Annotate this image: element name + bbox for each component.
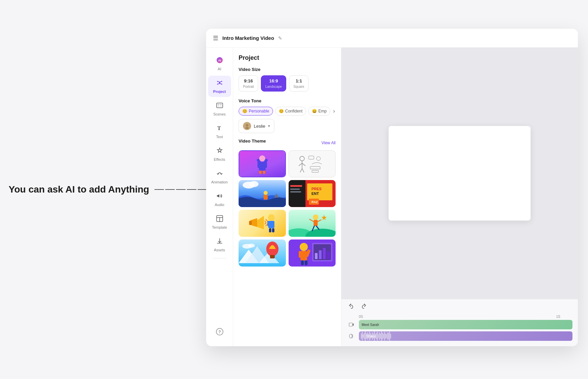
assets-icon xyxy=(216,237,223,247)
voice-tone-label: Voice Tone xyxy=(239,98,336,103)
svg-text:?: ? xyxy=(218,330,221,334)
animation-icon xyxy=(216,170,223,179)
label-square: Square xyxy=(293,85,304,89)
theme-card-6[interactable] xyxy=(289,210,336,237)
voice-dropdown[interactable]: Leslie ▾ xyxy=(239,119,274,133)
ratio-square: 1:1 xyxy=(296,78,302,83)
sidebar-help[interactable]: ? xyxy=(212,324,227,341)
svg-rect-42 xyxy=(310,167,320,169)
svg-rect-13 xyxy=(220,104,222,105)
tone-chip-confident[interactable]: 😊 Confident xyxy=(275,107,306,116)
redo-button[interactable] xyxy=(360,302,368,312)
svg-point-67 xyxy=(313,214,318,220)
ai-prompt-container: You can ask AI to add Anything AI xyxy=(9,181,233,198)
canvas-preview xyxy=(341,48,578,299)
undo-button[interactable] xyxy=(347,302,356,312)
track-row-audio: Shane xyxy=(347,331,572,341)
video-clip-label: Meet Sarah xyxy=(362,323,379,327)
theme-card-8[interactable] xyxy=(289,239,336,267)
svg-text:RAZ: RAZ xyxy=(311,200,318,204)
theme-card-5[interactable] xyxy=(239,210,286,237)
sidebar-item-text[interactable]: T Text xyxy=(208,121,231,142)
svg-rect-61 xyxy=(267,221,270,226)
track-clip-audio[interactable]: Shane xyxy=(359,331,572,341)
timeline: 0S 1S Meet Sarah xyxy=(341,299,578,346)
app-title: Intro Marketing Video xyxy=(222,35,274,41)
svg-point-45 xyxy=(249,181,259,187)
canvas-area: 0S 1S Meet Sarah xyxy=(341,48,578,346)
svg-line-37 xyxy=(302,163,305,166)
video-size-label: Video Size xyxy=(239,67,336,72)
theme-card-7[interactable] xyxy=(239,239,286,267)
svg-rect-15 xyxy=(220,106,222,107)
sidebar-divider xyxy=(213,258,226,258)
svg-rect-86 xyxy=(301,260,303,265)
track-row-video: Meet Sarah xyxy=(347,320,572,329)
tone-more-btn[interactable]: › xyxy=(333,107,336,115)
svg-rect-80 xyxy=(323,248,325,259)
project-icon xyxy=(216,79,223,88)
scenes-icon xyxy=(216,102,223,111)
tone-chip-emp[interactable]: 😄 Emp xyxy=(308,107,330,116)
sidebar-item-animation[interactable]: Animation xyxy=(208,166,231,187)
svg-point-82 xyxy=(299,243,308,251)
sidebar-item-ai[interactable]: AI AI xyxy=(208,53,231,74)
svg-rect-49 xyxy=(289,180,305,207)
theme-card-3[interactable] xyxy=(239,180,286,207)
timeline-ruler: 0S 1S xyxy=(341,315,578,319)
svg-rect-55 xyxy=(290,191,301,193)
video-size-row: 9:16 Portrait 16:9 Landscape 1:1 Square xyxy=(239,75,336,92)
time-end: 1S xyxy=(556,315,560,319)
svg-rect-84 xyxy=(298,251,301,258)
sidebar-item-template[interactable]: Template xyxy=(208,211,231,233)
svg-rect-88 xyxy=(349,323,352,326)
sidebar: AI AI xyxy=(206,48,233,346)
view-all-btn[interactable]: View All xyxy=(321,141,336,145)
svg-rect-47 xyxy=(264,195,268,200)
text-icon: T xyxy=(216,124,223,133)
sidebar-label-effects: Effects xyxy=(214,157,225,161)
svg-rect-50 xyxy=(307,183,332,200)
canvas-preview-box xyxy=(389,126,531,221)
svg-point-25 xyxy=(245,127,249,129)
size-btn-landscape[interactable]: 16:9 Landscape xyxy=(261,75,286,92)
svg-rect-14 xyxy=(218,106,219,107)
left-panel: You can ask AI to add Anything AI xyxy=(0,0,242,379)
sidebar-item-assets[interactable]: Assets xyxy=(208,234,231,255)
app-header: ☰ Intro Marketing Video ✎ xyxy=(206,29,578,48)
sidebar-label-audio: Audio xyxy=(215,203,224,207)
svg-rect-70 xyxy=(270,255,275,258)
tone-chip-personable[interactable]: 😊 Personable xyxy=(239,107,273,116)
track-clip-video[interactable]: Meet Sarah xyxy=(359,320,572,329)
size-btn-square[interactable]: 1:1 Square xyxy=(289,75,309,92)
svg-rect-31 xyxy=(263,171,265,174)
label-portrait: Portrait xyxy=(243,85,254,89)
sidebar-item-scenes[interactable]: Scenes xyxy=(208,98,231,120)
svg-point-2 xyxy=(219,82,220,83)
timeline-controls xyxy=(341,302,578,312)
theme-card-4[interactable]: PRES ENT RAZ xyxy=(289,180,336,207)
theme-card-1[interactable] xyxy=(239,150,286,177)
svg-point-66 xyxy=(305,229,336,237)
sidebar-item-project[interactable]: Project xyxy=(208,76,231,97)
timeline-tracks: Meet Sarah xyxy=(341,320,578,341)
dash-4 xyxy=(187,189,196,190)
svg-point-34 xyxy=(300,156,304,161)
size-btn-portrait[interactable]: 9:16 Portrait xyxy=(239,75,258,92)
menu-icon[interactable]: ☰ xyxy=(213,34,218,42)
sidebar-item-audio[interactable]: Audio xyxy=(208,189,231,210)
svg-rect-30 xyxy=(259,171,262,174)
svg-line-9 xyxy=(218,83,220,84)
tone-chips: 😊 Personable 😊 Confident 😄 Emp › xyxy=(239,107,336,116)
svg-line-36 xyxy=(299,163,302,166)
sidebar-item-effects[interactable]: Effects xyxy=(208,144,231,165)
sidebar-label-scenes: Scenes xyxy=(213,112,226,116)
personable-label: Personable xyxy=(249,109,269,113)
sidebar-label-text: Text xyxy=(216,135,223,139)
theme-grid: PRES ENT RAZ xyxy=(239,150,336,267)
ai-prompt-text: You can ask AI to add Anything xyxy=(9,184,149,195)
theme-card-2[interactable] xyxy=(289,150,336,177)
edit-icon[interactable]: ✎ xyxy=(278,35,282,41)
app-body: AI AI xyxy=(206,48,578,346)
sidebar-label-animation: Animation xyxy=(211,180,228,184)
